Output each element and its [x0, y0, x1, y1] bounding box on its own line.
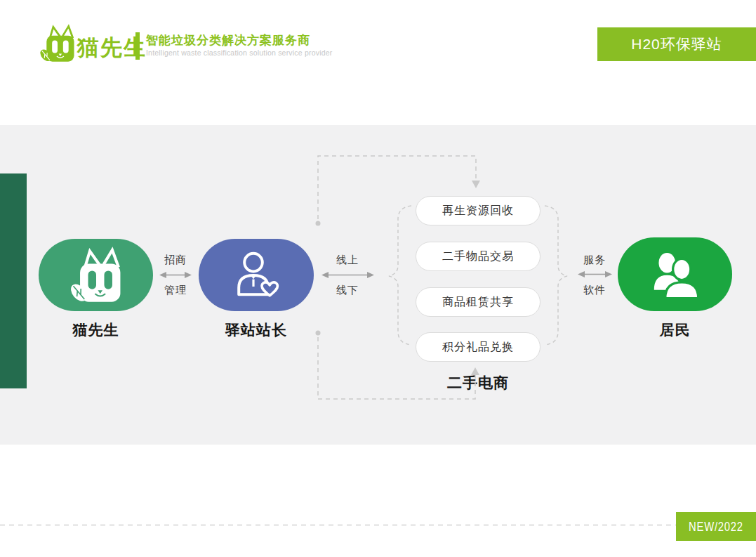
service-box-secondhand-trade: 二手物品交易: [416, 242, 541, 271]
connector2-top-label: 线上: [325, 254, 370, 267]
entity-maoxiansheng: [39, 239, 153, 311]
people-icon: [646, 245, 705, 304]
service-box-rental-sharing: 商品租赁共享: [416, 287, 541, 317]
entity-residents: [618, 237, 732, 311]
label-station-manager: 驿站站长: [199, 320, 314, 340]
new-2022-text: NEW/2022: [689, 519, 743, 535]
connector1-top-label: 招商: [153, 254, 198, 267]
h20-station-badge: H20环保驿站: [597, 27, 756, 61]
services-group-label: 二手电商: [408, 373, 548, 393]
person-heart-icon: [228, 247, 284, 303]
connector2-bottom-label: 线下: [325, 284, 370, 297]
tagline-en: Intelligent waste classification solutio…: [146, 48, 332, 57]
label-maoxiansheng: 猫先生: [39, 320, 153, 340]
connector3-bottom-label: 软件: [572, 284, 617, 297]
entity-station-manager: [199, 239, 314, 311]
connector1-bottom-label: 管理: [153, 284, 198, 297]
connector3-top-label: 服务: [572, 254, 617, 267]
tagline-cn: 智能垃圾分类解决方案服务商: [146, 32, 310, 48]
service-box-recycling: 再生资源回收: [416, 196, 541, 225]
service-box-points-exchange: 积分礼品兑换: [416, 332, 541, 362]
cat-icon: [67, 245, 125, 306]
cat-logo-icon: [38, 22, 77, 65]
label-residents: 居民: [618, 320, 732, 340]
logo-divider: [135, 32, 140, 60]
left-accent-bar: [0, 173, 27, 388]
new-2022-badge: NEW/2022: [676, 512, 756, 541]
